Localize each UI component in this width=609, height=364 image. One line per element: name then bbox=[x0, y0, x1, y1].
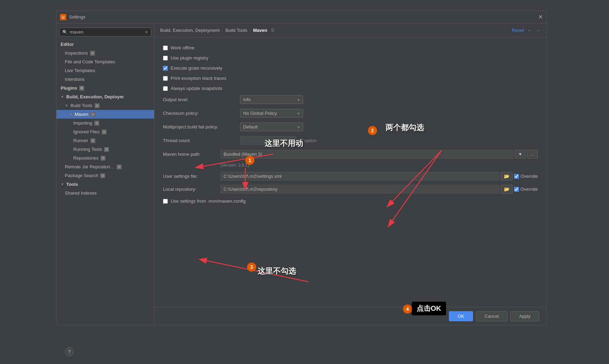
annotation-badge-2: 2 bbox=[368, 126, 377, 135]
work-offline-checkbox[interactable] bbox=[163, 46, 168, 50]
annotation-badge-1: 1 bbox=[245, 156, 254, 165]
maven-home-path-input[interactable] bbox=[220, 150, 513, 159]
sidebar-item-inspections[interactable]: Inspections ⊞ bbox=[56, 49, 154, 57]
thread-count-row: Thread count -T option bbox=[163, 136, 538, 145]
use-plugin-registry-checkbox[interactable] bbox=[163, 56, 168, 61]
multiproject-fail-policy-select[interactable]: Default Fail Fast Fail At End Never Fail bbox=[240, 122, 303, 131]
sidebar-item-file-code-templates[interactable]: File and Code Templates bbox=[56, 57, 154, 66]
maven-home-path-label: Maven home path: bbox=[163, 152, 219, 157]
always-update-checkbox[interactable] bbox=[163, 86, 168, 91]
settings-icon-maven: ⊞ bbox=[90, 112, 95, 117]
sidebar: 🔍 ✕ Editor Inspections ⊞ File and Code T… bbox=[56, 23, 155, 325]
app-icon: U bbox=[60, 14, 66, 20]
sidebar-item-package-search[interactable]: Package Search ⊞ bbox=[56, 171, 154, 180]
execute-goals-checkbox[interactable] bbox=[163, 66, 168, 71]
checksum-policy-select-wrapper: No Global Policy Strict Lenient bbox=[240, 109, 303, 118]
breadcrumb-maven[interactable]: Maven bbox=[253, 28, 267, 33]
window-title: Settings bbox=[69, 14, 85, 20]
annotation-badge-4: 4 bbox=[403, 304, 412, 314]
ok-button[interactable]: OK bbox=[449, 311, 473, 321]
expand-toggle: ▼ bbox=[61, 95, 64, 99]
annotation-badge-3: 3 bbox=[247, 262, 256, 272]
sidebar-item-importing[interactable]: Importing ⊞ bbox=[56, 119, 154, 127]
local-repo-override-label: Override bbox=[520, 187, 538, 192]
output-level-select[interactable]: Info Debug Warning Error bbox=[240, 95, 303, 104]
settings-icon-remote-jar: ⊞ bbox=[117, 164, 122, 169]
user-settings-override-checkbox[interactable] bbox=[514, 174, 519, 179]
settings-icon-importing: ⊞ bbox=[94, 121, 99, 126]
settings-icon-repos: ⊞ bbox=[101, 156, 105, 161]
expand-toggle: ▼ bbox=[69, 112, 73, 116]
always-update-label: Always update snapshots bbox=[171, 86, 222, 91]
settings-icon-runner: ⊞ bbox=[90, 138, 95, 143]
use-settings-mvn-label: Use settings from .mvn/maven.config bbox=[171, 198, 246, 204]
settings-icon-ignored: ⊞ bbox=[102, 130, 107, 134]
search-input[interactable] bbox=[70, 29, 145, 35]
sidebar-item-maven[interactable]: ▼ Maven ⊞ bbox=[56, 110, 154, 119]
main-content: 🔍 ✕ Editor Inspections ⊞ File and Code T… bbox=[56, 23, 546, 325]
breadcrumb-settings-icon[interactable]: ☰ bbox=[271, 28, 274, 33]
sidebar-item-ignored-files[interactable]: Ignored Files ⊞ bbox=[56, 127, 154, 136]
user-settings-file-browse[interactable]: 📂 bbox=[501, 172, 513, 181]
settings-icon: ⊞ bbox=[90, 51, 95, 56]
cancel-button[interactable]: Cancel bbox=[476, 311, 507, 321]
use-plugin-registry-label: Use plugin registry bbox=[171, 55, 208, 61]
output-level-label: Output level: bbox=[163, 97, 240, 102]
tools-toggle: ▼ bbox=[61, 182, 64, 186]
use-settings-mvn-row: Use settings from .mvn/maven.config bbox=[163, 198, 538, 204]
apply-button[interactable]: Apply bbox=[510, 311, 539, 321]
close-button[interactable]: ✕ bbox=[538, 14, 543, 20]
user-settings-override-label: Override bbox=[520, 174, 538, 179]
user-settings-override-row: Override bbox=[514, 174, 538, 179]
breadcrumb-sep1: › bbox=[222, 28, 223, 33]
sidebar-item-runner[interactable]: Runner ⊞ bbox=[56, 136, 154, 145]
settings-icon-running-tests: ⊞ bbox=[104, 147, 109, 152]
local-repo-input[interactable] bbox=[220, 185, 499, 194]
multiproject-fail-policy-select-wrapper: Default Fail Fast Fail At End Never Fail bbox=[240, 122, 303, 131]
sidebar-item-live-templates[interactable]: Live Templates bbox=[56, 66, 154, 75]
maven-home-path-dropdown[interactable]: ▼ bbox=[515, 150, 526, 159]
local-repo-row: Local repository: 📂 Override bbox=[163, 185, 538, 194]
local-repo-browse[interactable]: 📂 bbox=[501, 185, 513, 194]
execute-goals-recursively-row: Execute goals recursively bbox=[163, 65, 538, 71]
local-repo-label: Local repository: bbox=[163, 187, 219, 192]
dialog-footer: OK Cancel Apply bbox=[155, 307, 546, 325]
sidebar-item-shared-indexes[interactable]: Shared Indexes bbox=[56, 189, 154, 197]
search-box[interactable]: 🔍 ✕ bbox=[59, 28, 151, 36]
forward-button[interactable]: → bbox=[536, 28, 541, 33]
always-update-row: Always update snapshots bbox=[163, 85, 538, 92]
breadcrumb-build-tools[interactable]: Build Tools bbox=[225, 28, 247, 33]
search-icon: 🔍 bbox=[62, 30, 68, 35]
maven-home-path-browse[interactable]: … bbox=[527, 150, 538, 159]
use-plugin-registry-row: Use plugin registry bbox=[163, 55, 538, 61]
sidebar-item-tools[interactable]: ▼ Tools bbox=[56, 180, 154, 189]
maven-version-text: (Version: 3.8.1) bbox=[220, 163, 538, 168]
clear-icon[interactable]: ✕ bbox=[145, 30, 148, 35]
settings-dialog: U Settings ✕ 🔍 ✕ Editor Inspections ⊞ Fi… bbox=[56, 10, 547, 326]
sidebar-item-build-exec-deploy[interactable]: ▼ Build, Execution, Deploym bbox=[56, 92, 154, 101]
multiproject-fail-policy-label: Multiproject build fail policy: bbox=[163, 124, 240, 130]
sidebar-item-remote-jar[interactable]: Remote Jar Repositori… ⊞ bbox=[56, 162, 154, 171]
sidebar-item-running-tests[interactable]: Running Tests ⊞ bbox=[56, 145, 154, 154]
thread-count-input[interactable] bbox=[240, 136, 296, 145]
help-button[interactable]: ? bbox=[65, 347, 74, 356]
user-settings-file-row: User settings file: 📂 Override bbox=[163, 172, 538, 181]
sidebar-item-plugins[interactable]: Plugins ⊞ bbox=[56, 84, 154, 92]
execute-goals-label: Execute goals recursively bbox=[171, 65, 222, 71]
settings-icon-build-tools: ⊞ bbox=[95, 103, 100, 108]
sidebar-item-intentions[interactable]: Intentions bbox=[56, 75, 154, 84]
output-level-row: Output level: Info Debug Warning Error bbox=[163, 95, 538, 104]
back-button[interactable]: ← bbox=[527, 28, 532, 33]
print-exception-checkbox[interactable] bbox=[163, 76, 168, 81]
user-settings-file-input[interactable] bbox=[220, 172, 499, 181]
checksum-policy-select[interactable]: No Global Policy Strict Lenient bbox=[240, 109, 303, 118]
use-settings-mvn-checkbox[interactable] bbox=[163, 199, 168, 204]
breadcrumb-build-exec[interactable]: Build, Execution, Deployment bbox=[160, 28, 220, 33]
local-repo-override-checkbox[interactable] bbox=[514, 187, 519, 192]
sidebar-item-repositories[interactable]: Repositories ⊞ bbox=[56, 154, 154, 162]
sidebar-item-build-tools[interactable]: ▼ Build Tools ⊞ bbox=[56, 101, 154, 110]
breadcrumb-actions: Reset ← → bbox=[512, 28, 541, 33]
reset-button[interactable]: Reset bbox=[512, 28, 524, 33]
right-panel: Build, Execution, Deployment › Build Too… bbox=[155, 23, 546, 325]
sidebar-item-editor[interactable]: Editor bbox=[56, 40, 154, 49]
